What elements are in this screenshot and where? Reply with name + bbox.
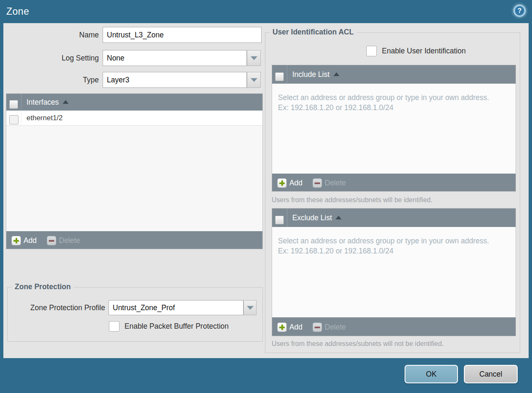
zone-protection-profile-label: Zone Protection Profile <box>8 300 105 316</box>
log-setting-label: Log Setting <box>3 50 99 66</box>
include-list-placeholder: Select an address or address group or ty… <box>272 84 508 113</box>
log-setting-select[interactable]: None <box>103 50 247 66</box>
interfaces-column-title: Interfaces <box>26 98 59 106</box>
minus-icon <box>312 322 322 332</box>
chevron-down-icon <box>251 78 257 82</box>
include-list-body: Select an address or address group or ty… <box>272 84 516 174</box>
select-all-checkbox[interactable] <box>9 100 18 109</box>
user-identification-acl-legend: User Identification ACL <box>270 28 357 37</box>
include-add-button[interactable]: Add <box>277 174 302 191</box>
include-list-toolbar: Add Delete <box>272 174 516 191</box>
zone-protection-section: Zone Protection Zone Protection Profile … <box>7 287 263 342</box>
interfaces-delete-button[interactable]: Delete <box>47 231 80 249</box>
sort-ascending-icon <box>336 216 341 219</box>
exclude-list-body: Select an address or address group or ty… <box>272 227 516 317</box>
plus-icon <box>277 322 287 332</box>
interfaces-table-header[interactable]: Interfaces <box>6 94 262 111</box>
minus-icon <box>312 178 322 188</box>
cancel-button[interactable]: Cancel <box>464 365 518 383</box>
help-icon[interactable]: ? <box>513 5 526 17</box>
exclude-delete-button[interactable]: Delete <box>312 317 346 336</box>
zone-protection-profile-select[interactable]: Untrust_Zone_Prof <box>109 300 244 315</box>
type-label: Type <box>3 72 99 88</box>
plus-icon <box>277 178 287 188</box>
include-list-header[interactable]: Include List <box>272 65 516 84</box>
header-checkbox-cell <box>272 208 287 227</box>
interface-row-checkbox[interactable] <box>9 115 19 124</box>
packet-buffer-protection-checkbox[interactable] <box>109 321 119 332</box>
exclude-list-header[interactable]: Exclude List <box>272 208 516 227</box>
dialog-body: Name Log Setting None Type Layer3 Interf… <box>3 23 529 358</box>
dialog-titlebar: Zone <box>0 0 532 23</box>
minus-icon <box>47 236 56 245</box>
include-select-all-checkbox[interactable] <box>275 72 284 81</box>
user-identification-acl-section: User Identification ACL Enable User Iden… <box>265 32 520 353</box>
include-list-note: Users from these addresses/subnets will … <box>272 196 432 204</box>
zone-protection-legend: Zone Protection <box>12 282 74 291</box>
enable-user-identification-label: Enable User Identification <box>382 47 466 55</box>
include-list-table: Include List Select an address or addres… <box>272 65 516 192</box>
log-setting-dropdown-button[interactable] <box>247 50 261 66</box>
plus-icon <box>11 236 21 245</box>
ok-button[interactable]: OK <box>405 365 458 383</box>
include-delete-button[interactable]: Delete <box>312 174 346 191</box>
interfaces-table-body <box>6 126 262 231</box>
exclude-select-all-checkbox[interactable] <box>275 216 284 224</box>
include-list-column-title: Include List <box>292 70 330 79</box>
header-checkbox-cell <box>272 65 287 84</box>
packet-buffer-protection-label: Enable Packet Buffer Protection <box>124 322 229 330</box>
exclude-list-column-title: Exclude List <box>292 214 332 222</box>
dialog-title: Zone <box>6 6 29 17</box>
interfaces-table-toolbar: Add Delete <box>6 231 262 249</box>
interfaces-add-button[interactable]: Add <box>11 231 37 249</box>
exclude-list-placeholder: Select an address or address group or ty… <box>272 227 508 256</box>
type-dropdown-button[interactable] <box>247 72 261 88</box>
header-checkbox-cell <box>6 94 21 111</box>
exclude-list-table: Exclude List Select an address or addres… <box>272 208 516 336</box>
enable-user-identification-checkbox[interactable] <box>366 46 377 56</box>
chevron-down-icon <box>247 306 254 310</box>
name-input[interactable] <box>103 27 262 43</box>
zone-protection-profile-dropdown-button[interactable] <box>244 300 257 315</box>
interface-row[interactable]: ethernet1/2 <box>6 111 262 126</box>
row-checkbox-cell <box>6 111 21 126</box>
exclude-list-toolbar: Add Delete <box>272 317 516 336</box>
interfaces-table: Interfaces ethernet1/2 Add Delete <box>6 93 263 249</box>
chevron-down-icon <box>251 56 257 60</box>
interface-name: ethernet1/2 <box>26 111 63 125</box>
exclude-list-note: Users from these addresses/subnets will … <box>272 340 444 348</box>
exclude-add-button[interactable]: Add <box>277 317 302 336</box>
sort-ascending-icon <box>333 72 339 76</box>
sort-ascending-icon <box>63 100 69 104</box>
type-select[interactable]: Layer3 <box>103 72 247 88</box>
name-label: Name <box>3 27 99 43</box>
